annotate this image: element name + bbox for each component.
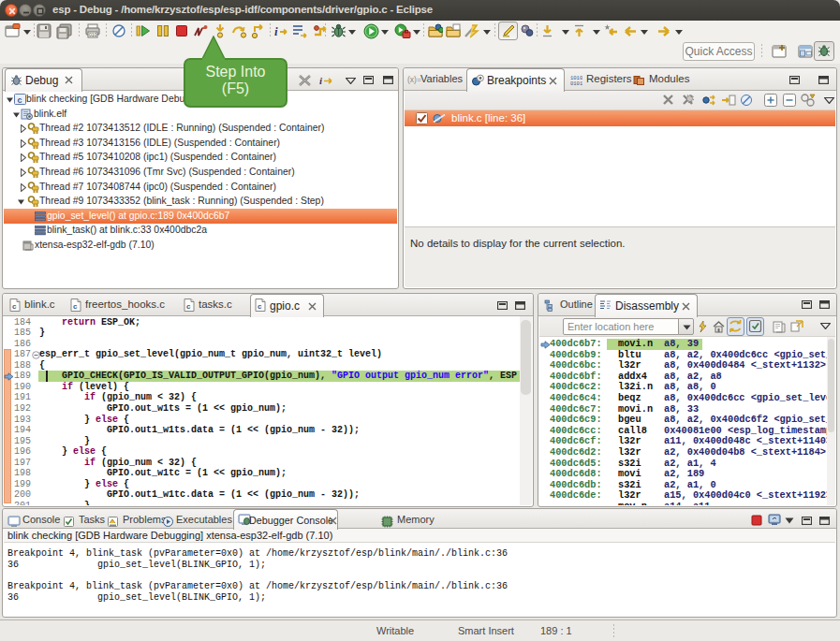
svg-text:010: 010 <box>89 32 97 37</box>
svg-text:c: c <box>73 302 78 311</box>
svg-text:c: c <box>258 302 262 311</box>
svg-text:c: c <box>18 95 22 105</box>
svg-text:i: i <box>319 75 323 86</box>
svg-text:(x)=: (x)= <box>407 75 421 84</box>
svg-text:c: c <box>12 302 17 311</box>
svg-text:c: c <box>186 302 191 311</box>
svg-text:i: i <box>274 24 278 38</box>
svg-text:0101: 0101 <box>570 80 582 86</box>
